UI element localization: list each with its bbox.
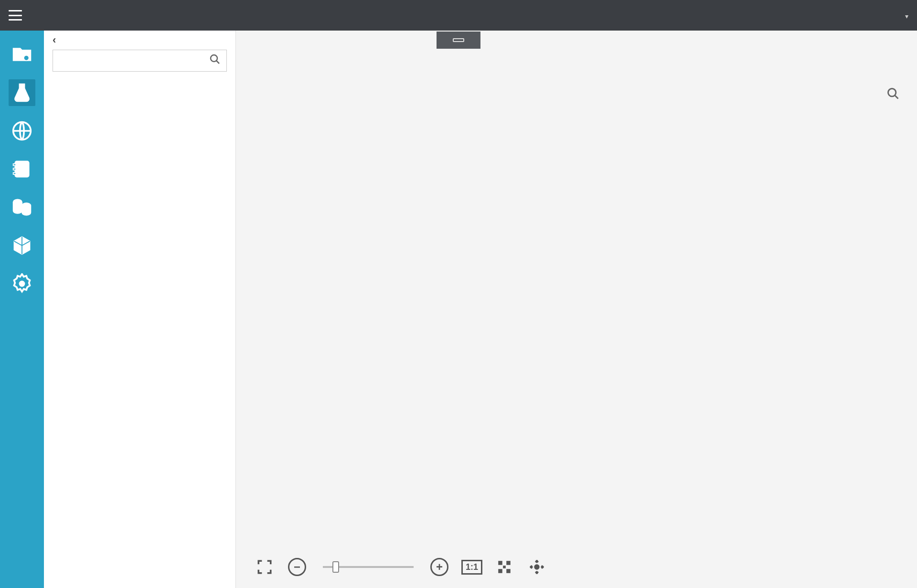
rail-projects[interactable] <box>9 41 35 68</box>
nav-rail <box>0 31 44 588</box>
chevron-down-icon <box>905 10 908 21</box>
palette-collapse-icon[interactable]: ‹ <box>53 34 56 46</box>
svg-rect-3 <box>13 164 16 166</box>
svg-point-8 <box>20 281 25 287</box>
svg-rect-15 <box>498 569 502 573</box>
module-palette: ‹ <box>44 31 236 588</box>
fs-key <box>453 38 464 42</box>
search-icon <box>209 53 221 68</box>
search-input[interactable] <box>59 55 209 66</box>
svg-point-18 <box>535 565 539 569</box>
svg-line-10 <box>216 61 219 64</box>
rail-web-services[interactable] <box>9 118 35 144</box>
svg-rect-13 <box>498 561 502 565</box>
zoom-slider[interactable] <box>323 566 414 568</box>
zoom-out-button[interactable]: − <box>287 556 308 577</box>
rail-experiments[interactable] <box>9 79 35 106</box>
actual-size-button[interactable]: 1:1 <box>461 556 482 577</box>
palette-search[interactable] <box>53 50 227 72</box>
svg-rect-2 <box>15 161 29 177</box>
menu-icon[interactable] <box>9 10 22 21</box>
svg-point-0 <box>24 55 29 61</box>
app-header <box>0 0 917 31</box>
fullscreen-notice <box>437 32 480 49</box>
fit-to-screen-button[interactable] <box>254 556 275 577</box>
rail-notebooks[interactable] <box>9 156 35 182</box>
minimap-button[interactable] <box>494 556 515 577</box>
svg-rect-17 <box>503 566 506 568</box>
zoom-in-button[interactable]: + <box>429 556 450 577</box>
workspace-switcher[interactable] <box>902 10 908 21</box>
experiment-canvas[interactable]: − + 1:1 <box>236 31 917 588</box>
svg-rect-4 <box>13 168 16 170</box>
pan-button[interactable] <box>526 556 547 577</box>
rail-trained-models[interactable] <box>9 232 35 259</box>
svg-rect-16 <box>506 569 511 573</box>
canvas-toolbar: − + 1:1 <box>254 556 547 577</box>
svg-rect-14 <box>506 561 511 565</box>
rail-datasets[interactable] <box>9 194 35 221</box>
svg-rect-5 <box>13 172 16 174</box>
rail-settings[interactable] <box>9 270 35 297</box>
svg-point-9 <box>211 55 217 62</box>
